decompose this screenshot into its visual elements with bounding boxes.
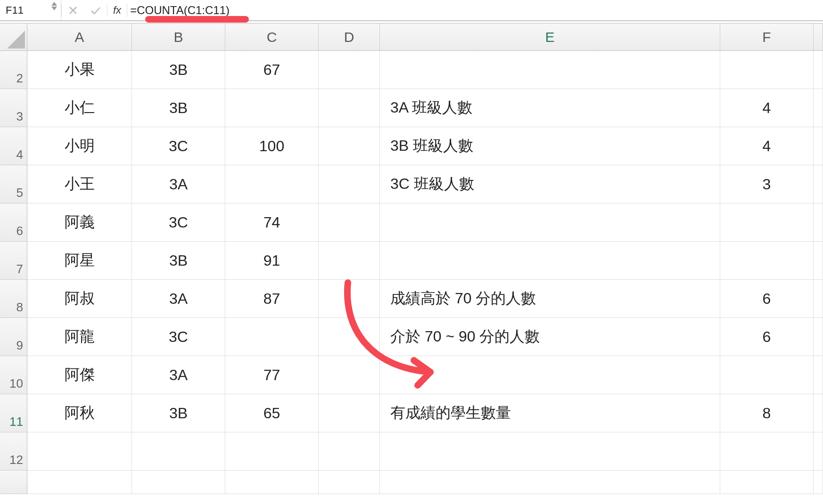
cell[interactable]: 介於 70 ~ 90 分的人數 <box>380 318 720 356</box>
cell[interactable]: 77 <box>225 356 319 394</box>
cell[interactable]: 3B 班級人數 <box>380 127 720 165</box>
cell[interactable]: 4 <box>720 89 814 127</box>
cell[interactable]: 67 <box>225 51 319 89</box>
cell[interactable]: 阿龍 <box>27 318 132 356</box>
namebox-spinner[interactable] <box>51 2 57 10</box>
cell[interactable]: 小仁 <box>27 89 132 127</box>
column-header-D[interactable]: D <box>319 24 380 51</box>
formula-input[interactable] <box>127 0 823 20</box>
column-header-extra[interactable] <box>814 24 823 51</box>
cell[interactable]: 3B <box>132 51 225 89</box>
cell[interactable] <box>720 242 814 280</box>
cell[interactable]: 阿義 <box>27 203 132 242</box>
cell[interactable]: 3C 班級人數 <box>380 165 720 203</box>
column-header-C[interactable]: C <box>225 24 319 51</box>
cell[interactable] <box>319 432 380 471</box>
cell[interactable]: 3A <box>132 165 225 203</box>
cell[interactable] <box>380 242 720 280</box>
cell[interactable] <box>319 89 380 127</box>
cell[interactable] <box>814 394 823 432</box>
cell[interactable]: 3A 班級人數 <box>380 89 720 127</box>
cell[interactable]: 65 <box>225 394 319 432</box>
cell[interactable]: 3B <box>132 394 225 432</box>
column-header-A[interactable]: A <box>27 24 132 51</box>
cell[interactable] <box>814 318 823 356</box>
cell[interactable] <box>814 280 823 318</box>
cell[interactable]: 3A <box>132 356 225 394</box>
cell[interactable] <box>814 242 823 280</box>
cell[interactable] <box>319 394 380 432</box>
row-header-11[interactable]: 11 <box>0 394 27 432</box>
row-header-4[interactable]: 4 <box>0 127 27 165</box>
cell[interactable] <box>720 471 814 494</box>
cell[interactable] <box>814 203 823 242</box>
cell[interactable] <box>720 356 814 394</box>
chevron-up-icon[interactable] <box>51 2 57 6</box>
cell[interactable]: 3A <box>132 280 225 318</box>
chevron-down-icon[interactable] <box>51 7 57 10</box>
cell[interactable] <box>319 165 380 203</box>
row-header-2[interactable]: 2 <box>0 51 27 89</box>
row-header-12[interactable]: 12 <box>0 432 27 471</box>
cell[interactable]: 阿傑 <box>27 356 132 394</box>
cell[interactable]: 3C <box>132 318 225 356</box>
cell[interactable] <box>319 203 380 242</box>
cell[interactable] <box>132 432 225 471</box>
accept-formula-button[interactable] <box>84 0 107 20</box>
cell[interactable]: 74 <box>225 203 319 242</box>
cell[interactable]: 小王 <box>27 165 132 203</box>
cell[interactable] <box>814 432 823 471</box>
select-all-corner[interactable] <box>0 24 27 51</box>
cell[interactable]: 91 <box>225 242 319 280</box>
column-header-F[interactable]: F <box>720 24 814 51</box>
cell[interactable] <box>814 127 823 165</box>
cell[interactable]: 阿秋 <box>27 394 132 432</box>
cell[interactable] <box>27 471 132 494</box>
cancel-formula-button[interactable] <box>62 0 84 20</box>
cell[interactable] <box>225 165 319 203</box>
cell[interactable]: 3C <box>132 127 225 165</box>
cell[interactable]: 3 <box>720 165 814 203</box>
row-header-10[interactable]: 10 <box>0 356 27 394</box>
cell[interactable] <box>132 471 225 494</box>
cell[interactable] <box>225 89 319 127</box>
cell[interactable] <box>380 51 720 89</box>
cell[interactable]: 100 <box>225 127 319 165</box>
column-header-E[interactable]: E <box>380 24 720 51</box>
cell[interactable]: 3B <box>132 242 225 280</box>
cell[interactable]: 小果 <box>27 51 132 89</box>
cell[interactable] <box>319 356 380 394</box>
row-header-3[interactable]: 3 <box>0 89 27 127</box>
cell[interactable] <box>380 471 720 494</box>
cell[interactable]: 3C <box>132 203 225 242</box>
cell[interactable]: 4 <box>720 127 814 165</box>
cell[interactable] <box>814 89 823 127</box>
row-header-9[interactable]: 9 <box>0 318 27 356</box>
cell[interactable] <box>814 356 823 394</box>
cell[interactable]: 87 <box>225 280 319 318</box>
cell[interactable] <box>814 165 823 203</box>
row-header-5[interactable]: 5 <box>0 165 27 203</box>
row-header-6[interactable]: 6 <box>0 203 27 242</box>
cell[interactable] <box>319 242 380 280</box>
cell[interactable]: 6 <box>720 318 814 356</box>
cell[interactable] <box>319 51 380 89</box>
column-header-B[interactable]: B <box>132 24 225 51</box>
row-header-7[interactable]: 7 <box>0 242 27 280</box>
fx-icon[interactable]: fx <box>107 4 127 16</box>
cell[interactable] <box>225 318 319 356</box>
cell[interactable] <box>225 432 319 471</box>
cell[interactable] <box>225 471 319 494</box>
cell[interactable] <box>380 203 720 242</box>
cell[interactable] <box>319 127 380 165</box>
cell[interactable] <box>814 51 823 89</box>
cell[interactable] <box>380 356 720 394</box>
cell[interactable]: 成績高於 70 分的人數 <box>380 280 720 318</box>
cell[interactable] <box>27 432 132 471</box>
cell[interactable]: 小明 <box>27 127 132 165</box>
cell[interactable]: 3B <box>132 89 225 127</box>
row-header-extra[interactable] <box>0 471 27 494</box>
cell[interactable] <box>319 280 380 318</box>
cell[interactable] <box>720 432 814 471</box>
cell[interactable] <box>720 51 814 89</box>
